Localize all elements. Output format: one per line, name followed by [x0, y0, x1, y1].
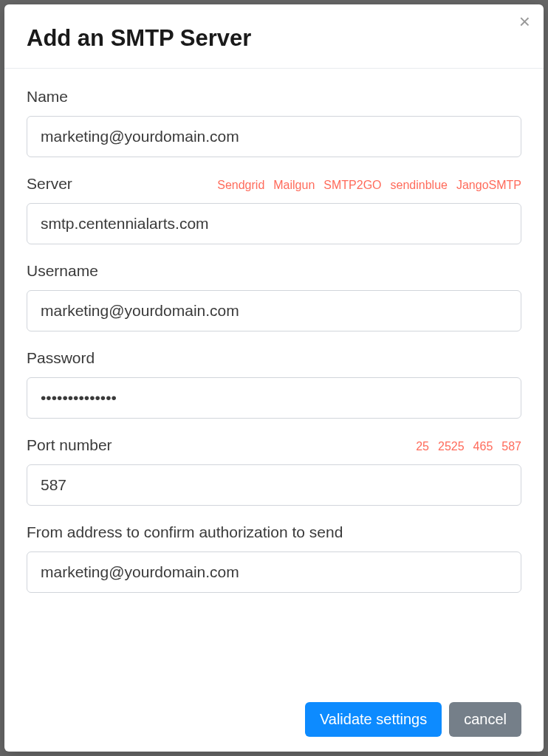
port-option-25[interactable]: 25 — [416, 440, 429, 453]
name-label: Name — [27, 88, 68, 106]
port-option-2525[interactable]: 2525 — [438, 440, 465, 453]
smtp-modal: Add an SMTP Server × Name Server Sendgri… — [4, 4, 544, 752]
server-group: Server Sendgrid Mailgun SMTP2GO sendinbl… — [27, 175, 521, 244]
server-input[interactable] — [27, 203, 521, 244]
server-label: Server — [27, 175, 72, 193]
close-icon[interactable]: × — [519, 12, 530, 31]
password-input[interactable] — [27, 377, 521, 419]
provider-links: Sendgrid Mailgun SMTP2GO sendinblue Jang… — [217, 179, 521, 192]
modal-header: Add an SMTP Server × — [4, 4, 544, 69]
username-input[interactable] — [27, 290, 521, 331]
provider-link-mailgun[interactable]: Mailgun — [273, 179, 315, 192]
password-group: Password — [27, 349, 521, 419]
modal-title: Add an SMTP Server — [27, 25, 521, 52]
provider-link-sendgrid[interactable]: Sendgrid — [217, 179, 264, 192]
modal-footer: Validate settings cancel — [4, 690, 544, 752]
provider-link-jangosmtp[interactable]: JangoSMTP — [456, 179, 521, 192]
cancel-button[interactable]: cancel — [449, 702, 521, 737]
port-input[interactable] — [27, 464, 521, 506]
port-option-587[interactable]: 587 — [501, 440, 521, 453]
validate-button[interactable]: Validate settings — [305, 702, 442, 737]
port-options: 25 2525 465 587 — [416, 440, 521, 453]
from-address-group: From address to confirm authorization to… — [27, 523, 521, 593]
port-option-465[interactable]: 465 — [473, 440, 493, 453]
port-label: Port number — [27, 436, 112, 454]
port-group: Port number 25 2525 465 587 — [27, 436, 521, 506]
provider-link-smtp2go[interactable]: SMTP2GO — [323, 179, 381, 192]
username-label: Username — [27, 262, 98, 280]
password-label: Password — [27, 349, 95, 367]
provider-link-sendinblue[interactable]: sendinblue — [391, 179, 448, 192]
name-group: Name — [27, 88, 521, 157]
modal-body: Name Server Sendgrid Mailgun SMTP2GO sen… — [4, 69, 544, 690]
from-address-label: From address to confirm authorization to… — [27, 523, 343, 541]
username-group: Username — [27, 262, 521, 331]
name-input[interactable] — [27, 116, 521, 157]
from-address-input[interactable] — [27, 551, 521, 593]
